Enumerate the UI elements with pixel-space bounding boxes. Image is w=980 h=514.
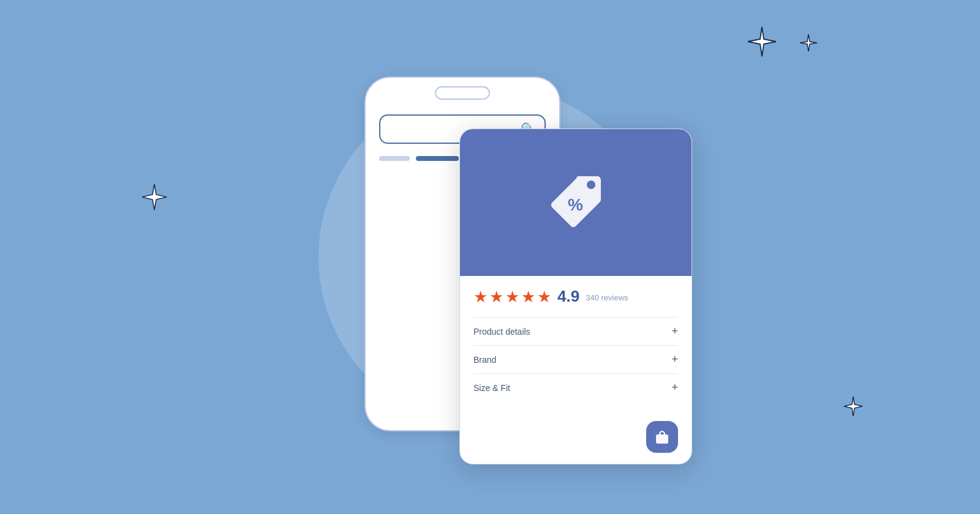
sparkle-icon-3 <box>141 184 168 213</box>
star-4: ★ <box>521 289 535 305</box>
accordion-label-product-details: Product details <box>473 327 530 337</box>
accordion-expand-icon-product-details: + <box>671 325 678 338</box>
tab-inactive-1 <box>379 156 410 161</box>
svg-text:%: % <box>568 195 583 214</box>
star-2: ★ <box>489 289 503 305</box>
svg-point-0 <box>587 181 595 189</box>
rating-row: ★ ★ ★ ★ ★ 4.9 340 reviews <box>473 287 678 306</box>
accordion-expand-icon-size-fit: + <box>671 381 678 394</box>
sparkle-icon-2 <box>799 34 818 54</box>
rating-reviews: 340 reviews <box>586 293 628 302</box>
card-body: ★ ★ ★ ★ ★ 4.9 340 reviews Product detail… <box>460 276 692 415</box>
add-to-cart-button[interactable] <box>646 421 678 453</box>
sparkle-icon-1 <box>746 26 778 60</box>
star-3: ★ <box>505 289 519 305</box>
rating-score: 4.9 <box>557 287 579 306</box>
product-image-area: % <box>460 129 692 276</box>
product-card: % ★ ★ ★ ★ ★ 4.9 340 reviews Product deta… <box>459 128 692 464</box>
accordion-expand-icon-brand: + <box>671 353 678 366</box>
accordion-size-fit[interactable]: Size & Fit + <box>473 373 678 401</box>
star-rating: ★ ★ ★ ★ ★ <box>473 289 551 305</box>
star-5: ★ <box>537 289 551 305</box>
tab-active <box>416 156 459 161</box>
svg-rect-2 <box>656 434 668 444</box>
cart-bag-icon <box>654 429 670 445</box>
accordion-label-brand: Brand <box>473 355 496 365</box>
star-1: ★ <box>473 289 488 305</box>
accordion-brand[interactable]: Brand + <box>473 345 678 373</box>
accordion-product-details[interactable]: Product details + <box>473 317 678 345</box>
card-footer <box>460 415 692 464</box>
accordion-label-size-fit: Size & Fit <box>473 383 510 393</box>
price-tag-icon: % <box>542 169 609 236</box>
phone-notch <box>435 86 490 100</box>
sparkle-icon-4 <box>843 396 864 419</box>
